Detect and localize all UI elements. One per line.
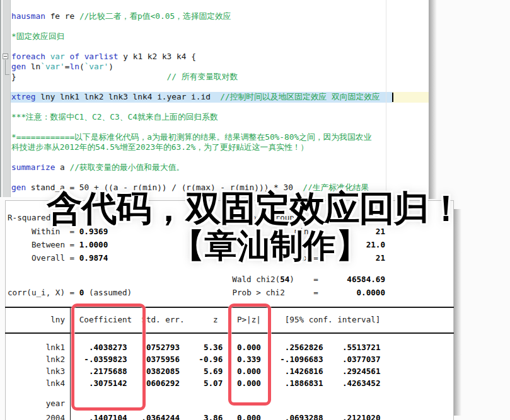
annotation-layer: 含代码，双固定效应回归！ 【章汕制作】 bbox=[0, 0, 510, 420]
highlight-box-coefficient-column bbox=[71, 304, 146, 411]
watermark-author: 【章汕制作】 bbox=[15, 224, 510, 268]
highlight-box-pvalue-column bbox=[228, 304, 271, 406]
